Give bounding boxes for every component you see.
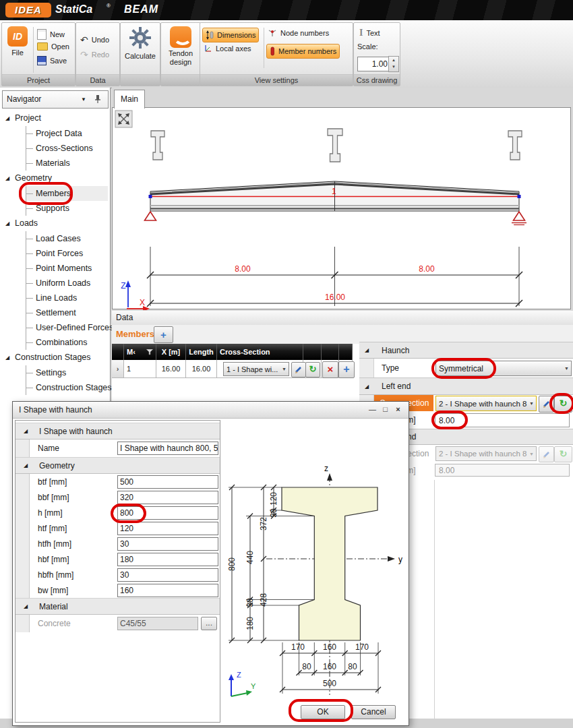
sidebar-item-settings[interactable]: Settings bbox=[26, 365, 108, 380]
minimize-button[interactable]: — bbox=[367, 404, 378, 415]
expander-icon[interactable]: ◢ bbox=[365, 347, 374, 353]
cancel-button[interactable]: Cancel bbox=[351, 705, 396, 719]
add-row-button[interactable]: + bbox=[338, 361, 355, 378]
open-button[interactable]: Open bbox=[37, 42, 69, 51]
expander-icon[interactable]: ◢ bbox=[24, 428, 33, 434]
dialog-titlebar[interactable]: I Shape with haunch — □ × bbox=[13, 402, 409, 419]
refresh-cross-section-button[interactable]: ↻ bbox=[305, 362, 320, 377]
node-marker[interactable] bbox=[518, 195, 521, 198]
table-header-length[interactable]: Length bbox=[186, 344, 217, 360]
calculate-button[interactable]: Calculate bbox=[121, 26, 160, 60]
cell-member-id[interactable]: 1 bbox=[124, 360, 156, 378]
section-group-header[interactable]: ◢ I Shape with haunch bbox=[16, 423, 220, 439]
pin-icon[interactable] bbox=[94, 94, 101, 104]
sidebar-item-line-loads[interactable]: Line Loads bbox=[26, 291, 108, 305]
navigator-title: Navigator bbox=[7, 94, 41, 104]
expander-icon[interactable]: ◢ bbox=[24, 603, 33, 609]
haunch-group-header[interactable]: ◢ Haunch bbox=[359, 342, 573, 359]
text-toggle[interactable]: I Text bbox=[359, 28, 380, 38]
undo-button[interactable]: ↶Undo bbox=[80, 34, 109, 45]
cross-section-dropdown[interactable]: 1 - I Shape wi...▼ bbox=[223, 362, 289, 376]
redo-button[interactable]: ↷Redo bbox=[80, 49, 109, 60]
sidebar-item-construction-stages[interactable]: Construction Stages bbox=[26, 380, 108, 395]
sidebar-item-materials[interactable]: Materials bbox=[26, 156, 108, 171]
nav-group-project-row[interactable]: ◢Project bbox=[0, 111, 108, 126]
geometry-group-header[interactable]: ◢ Geometry bbox=[16, 457, 220, 474]
expander-icon[interactable]: ◢ bbox=[24, 462, 33, 468]
hbf-field[interactable]: 180 bbox=[117, 553, 218, 566]
left-end-cross-section-dropdown[interactable]: 2 - I Shape with haunch 8▼ bbox=[435, 396, 537, 411]
sidebar-item-cross-sections[interactable]: Cross-Sections bbox=[26, 141, 108, 156]
btf-field[interactable]: 500 bbox=[117, 475, 218, 489]
node-numbers-toggle[interactable]: Node numbers bbox=[268, 28, 329, 37]
pencil-icon bbox=[294, 365, 303, 374]
save-floppy-icon bbox=[37, 56, 47, 65]
material-group-header[interactable]: ◢ Material bbox=[16, 598, 220, 615]
chevron-down-icon: ▼ bbox=[280, 367, 289, 371]
htfh-field[interactable]: 30 bbox=[117, 537, 218, 551]
chevron-down-icon: ▼ bbox=[562, 366, 571, 371]
cell-length[interactable]: 16.00 bbox=[186, 360, 217, 378]
plus-icon: + bbox=[343, 363, 349, 375]
expander-icon[interactable]: ◢ bbox=[5, 216, 15, 231]
table-header-x[interactable]: X [m] bbox=[156, 344, 186, 360]
htf-field[interactable]: 120 bbox=[117, 522, 218, 535]
section-drawing: z y 120 30 372 428 440 bbox=[220, 420, 406, 722]
save-button[interactable]: Save bbox=[37, 56, 67, 65]
tendon-design-button[interactable]: Tendon design bbox=[161, 26, 200, 67]
member-numbers-toggle[interactable]: Member numbers bbox=[266, 44, 340, 59]
node-marker[interactable] bbox=[149, 195, 152, 198]
cell-x[interactable]: 16.00 bbox=[156, 360, 186, 378]
expander-icon[interactable]: ◢ bbox=[5, 350, 15, 365]
navigator-header: Navigator ▼ bbox=[2, 90, 109, 109]
htf-label: htf [mm] bbox=[30, 524, 117, 533]
scale-spinner[interactable]: ▲▼ bbox=[388, 56, 399, 72]
sidebar-item-point-forces[interactable]: Point Forces bbox=[26, 246, 108, 261]
pencil-icon bbox=[542, 450, 551, 459]
sidebar-item-settlement[interactable]: Settlement bbox=[26, 305, 108, 320]
htfh-label: htfh [mm] bbox=[30, 539, 117, 549]
sidebar-item-uniform-loads[interactable]: Uniform Loads bbox=[26, 276, 108, 291]
expander-icon[interactable]: ◢ bbox=[5, 111, 15, 126]
bbf-field[interactable]: 320 bbox=[117, 491, 218, 504]
right-end-position-field: 8.00 bbox=[435, 464, 570, 477]
sidebar-item-combinations[interactable]: Combinations bbox=[26, 335, 108, 350]
close-button[interactable]: × bbox=[392, 404, 404, 415]
tab-main[interactable]: Main bbox=[114, 90, 145, 109]
navigator-dropdown-icon[interactable]: ▼ bbox=[81, 91, 86, 108]
nav-group-construction-row[interactable]: ◢Construction Stages bbox=[0, 350, 108, 365]
bw-label: bw [mm] bbox=[30, 586, 117, 595]
axis-y-label: y bbox=[398, 555, 402, 564]
sidebar-item-project-data[interactable]: Project Data bbox=[26, 126, 108, 141]
edit-cross-section-button[interactable] bbox=[291, 362, 306, 377]
axis-x-label: X bbox=[140, 298, 145, 307]
name-field[interactable]: I Shape with haunch 800, 5 bbox=[117, 442, 218, 455]
local-axes-toggle[interactable]: Local axes bbox=[204, 44, 251, 53]
new-button[interactable]: New bbox=[37, 29, 65, 40]
left-end-group-header[interactable]: ◢ Left end bbox=[359, 377, 573, 395]
expander-icon[interactable]: ◢ bbox=[5, 171, 15, 186]
scale-input[interactable]: 1.00 bbox=[357, 57, 391, 71]
expander-icon[interactable]: ◢ bbox=[365, 384, 374, 390]
sidebar-item-load-cases[interactable]: Load Cases bbox=[26, 231, 108, 246]
bw-field[interactable]: 160 bbox=[117, 584, 218, 597]
sidebar-item-point-moments[interactable]: Point Moments bbox=[26, 261, 108, 276]
maximize-button[interactable]: □ bbox=[380, 404, 391, 415]
nav-group-loads-row[interactable]: ◢Loads bbox=[0, 216, 108, 231]
row-selector[interactable]: › bbox=[112, 360, 124, 378]
sidebar-item-user-defined-forces[interactable]: User-Defined Forces bbox=[26, 320, 108, 335]
dimensions-toggle[interactable]: Dimensions bbox=[202, 28, 259, 42]
filter-icon[interactable] bbox=[146, 349, 153, 355]
hbfh-field[interactable]: 30 bbox=[117, 568, 218, 582]
table-header-member[interactable]: M‹ bbox=[124, 344, 156, 360]
delete-member-button[interactable]: × bbox=[322, 361, 338, 378]
fit-view-button[interactable] bbox=[115, 111, 132, 127]
field-row-bw: bw [mm]160 bbox=[16, 582, 220, 598]
redo-label: Redo bbox=[92, 51, 109, 59]
add-member-button[interactable]: + bbox=[154, 326, 173, 343]
spin-up-icon[interactable]: ▲ bbox=[389, 57, 398, 63]
material-browse-button[interactable]: ... bbox=[201, 617, 217, 630]
table-header-cross-section[interactable]: Cross-Section bbox=[217, 344, 303, 360]
spin-down-icon[interactable]: ▼ bbox=[389, 63, 398, 70]
file-button[interactable]: ID File bbox=[5, 26, 30, 57]
